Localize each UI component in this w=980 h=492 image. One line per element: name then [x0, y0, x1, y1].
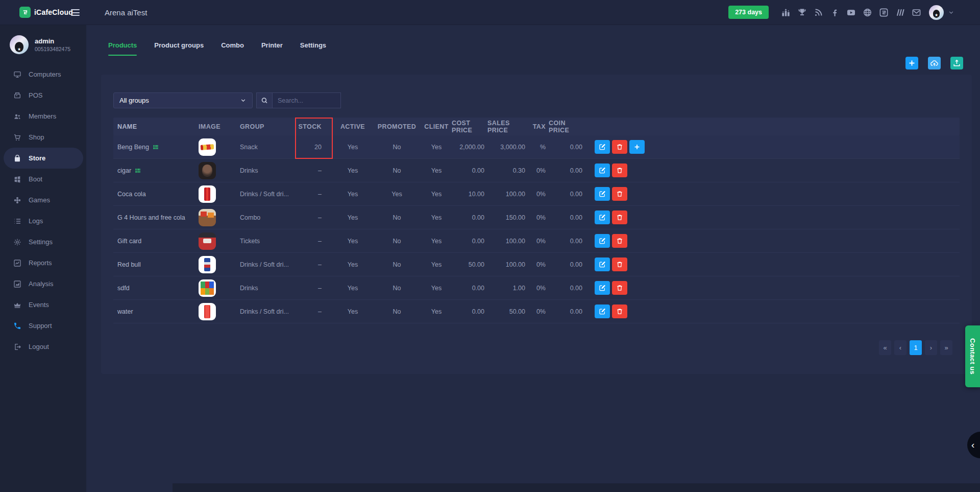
sidebar-item-label: Analysis	[29, 280, 53, 288]
column-header-tax[interactable]: TAX	[528, 118, 549, 135]
tab-printer[interactable]: Printer	[261, 41, 283, 56]
cell-client: Yes	[421, 206, 452, 229]
column-header-active[interactable]: ACTIVE	[333, 118, 373, 135]
column-header-name[interactable]: NAME	[113, 118, 197, 135]
mail-icon[interactable]	[912, 8, 921, 17]
sidebar-item-store[interactable]: Store	[4, 148, 83, 169]
edit-product-button[interactable]	[595, 210, 610, 224]
contact-us-button[interactable]: Contact us	[965, 325, 980, 387]
edit-product-button[interactable]	[595, 234, 610, 248]
sidebar-item-pos[interactable]: POS	[4, 85, 83, 106]
sidebar-item-logout[interactable]: Logout	[4, 336, 83, 357]
sidebar-item-label: Logs	[29, 217, 43, 225]
delete-product-button[interactable]	[612, 234, 627, 248]
delete-product-button[interactable]	[612, 140, 627, 154]
logs-icon	[13, 217, 21, 225]
sidebar-item-members[interactable]: Members	[4, 106, 83, 127]
cell-client: Yes	[421, 229, 452, 252]
sidebar-item-games[interactable]: Games	[4, 190, 83, 210]
delete-product-button[interactable]	[612, 163, 627, 177]
cell-client: Yes	[421, 253, 452, 276]
sidebar-item-logs[interactable]: Logs	[4, 210, 83, 231]
layers-icon[interactable]	[895, 8, 905, 17]
pagination: «‹1›»	[879, 340, 952, 355]
delete-product-button[interactable]	[612, 187, 627, 201]
tab-settings[interactable]: Settings	[300, 41, 326, 56]
user-avatar[interactable]	[929, 5, 944, 20]
brand-name: iCafeCloud	[34, 8, 73, 16]
cell-active: Yes	[333, 159, 373, 182]
page-title: Arena aiTest	[105, 8, 147, 17]
reports-icon	[13, 259, 21, 267]
group-filter-select[interactable]: All groups	[113, 92, 253, 108]
pagination-last[interactable]: »	[940, 340, 952, 355]
search-input[interactable]	[273, 92, 341, 108]
chevron-down-icon[interactable]	[948, 9, 954, 16]
sidebar-item-support[interactable]: Support	[4, 315, 83, 336]
edit-product-button[interactable]	[595, 257, 610, 271]
ranking-icon[interactable]	[781, 8, 791, 17]
sidebar-item-analysis[interactable]: Analysis	[4, 273, 83, 294]
plus-button[interactable]	[905, 57, 918, 69]
column-header-coin-price[interactable]: COIN PRICE	[549, 118, 585, 135]
cell-stock: 20	[295, 135, 333, 158]
tab-products[interactable]: Products	[108, 41, 137, 56]
trophy-icon[interactable]	[797, 8, 807, 17]
sidebar-avatar[interactable]	[10, 35, 29, 54]
column-header-image[interactable]: IMAGE	[197, 118, 236, 135]
sidebar-item-events[interactable]: Events	[4, 294, 83, 315]
pagination-first[interactable]: «	[879, 340, 891, 355]
main-area: ProductsProduct groupsComboPrinterSettin…	[86, 25, 980, 492]
pagination-next[interactable]: ›	[925, 340, 937, 355]
edit-product-button[interactable]	[595, 163, 610, 177]
sidebar-item-shop[interactable]: Shop	[4, 127, 83, 148]
column-header-cost-price[interactable]: COST PRICE	[452, 118, 487, 135]
column-header-sales-price[interactable]: SALES PRICE	[487, 118, 528, 135]
pagination-prev[interactable]: ‹	[894, 340, 906, 355]
edit-product-button[interactable]	[595, 281, 610, 295]
sidebar-item-computers[interactable]: Computers	[4, 64, 83, 85]
sidebar-item-boot[interactable]: Boot	[4, 169, 83, 190]
delete-product-button[interactable]	[612, 257, 627, 271]
search-box	[256, 92, 341, 108]
column-header-promoted[interactable]: PROMOTED	[373, 118, 421, 135]
edit-product-button[interactable]	[595, 187, 610, 201]
sidebar-item-settings[interactable]: Settings	[4, 231, 83, 252]
icafecloud-icon[interactable]	[879, 8, 889, 17]
sidebar-item-label: POS	[29, 91, 42, 99]
cell-tax: 0%	[528, 159, 549, 182]
column-header-client[interactable]: CLIENT	[421, 118, 452, 135]
cell-filler	[652, 135, 960, 158]
tab-combo[interactable]: Combo	[221, 41, 244, 56]
sidebar-item-label: Reports	[29, 259, 52, 267]
youtube-icon[interactable]	[846, 8, 856, 17]
upload-button[interactable]	[950, 57, 963, 69]
delete-product-button[interactable]	[612, 281, 627, 295]
edit-product-button[interactable]	[595, 140, 610, 154]
delete-product-button[interactable]	[612, 304, 627, 318]
license-days-badge[interactable]: 273 days	[728, 6, 769, 19]
cell-cost-price: 0.00	[452, 229, 487, 252]
pagination-page[interactable]: 1	[910, 340, 922, 355]
facebook-icon[interactable]	[830, 8, 840, 17]
cell-coin-price: 0.00	[549, 253, 585, 276]
column-header-stock[interactable]: STOCK	[295, 118, 333, 135]
column-header-group[interactable]: GROUP	[236, 118, 295, 135]
cloud-upload-button[interactable]	[928, 57, 941, 69]
cell-actions	[585, 159, 652, 182]
events-icon	[13, 301, 21, 309]
cell-group: Drinks	[236, 276, 295, 299]
cell-client: Yes	[421, 182, 452, 205]
cell-promoted: No	[373, 206, 421, 229]
delete-product-button[interactable]	[612, 210, 627, 224]
globe-icon[interactable]	[863, 8, 872, 17]
hamburger-menu-icon[interactable]	[71, 9, 80, 16]
search-icon[interactable]	[256, 92, 273, 108]
rss-icon[interactable]	[814, 8, 823, 17]
sidebar-item-reports[interactable]: Reports	[4, 252, 83, 273]
edit-product-button[interactable]	[595, 304, 610, 318]
cell-client: Yes	[421, 300, 452, 323]
tab-product-groups[interactable]: Product groups	[154, 41, 204, 56]
product-name: G 4 Hours and free cola	[117, 214, 185, 221]
add-product-button[interactable]	[629, 140, 645, 154]
